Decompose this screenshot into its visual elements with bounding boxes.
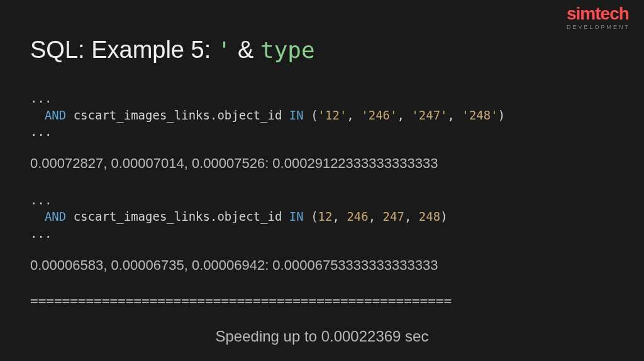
comma: , (369, 209, 383, 223)
brand-logo: simtech DEVELOPMENT (567, 5, 630, 30)
timing-result-1: 0.00072827, 0.00007014, 0.00007526: 0.00… (30, 155, 614, 172)
ellipsis: ... (30, 192, 614, 209)
string-literal: '247' (411, 108, 447, 122)
logo-sub-text: DEVELOPMENT (567, 24, 630, 30)
timing-result-2: 0.00006583, 0.00006735, 0.00006942: 0.00… (30, 257, 614, 274)
code-line: AND cscart_images_links.object_id IN (12… (30, 208, 614, 225)
identifier: cscart_images_links.object_id (66, 108, 289, 122)
ellipsis: ... (30, 123, 614, 140)
title-prefix: SQL: Example 5: (30, 36, 218, 63)
title-quote: ' (218, 37, 231, 63)
string-literal: '12' (318, 108, 347, 122)
code-block-ints: ... AND cscart_images_links.object_id IN… (30, 192, 614, 242)
code-line: AND cscart_images_links.object_id IN ('1… (30, 107, 614, 124)
string-literal: '248' (462, 108, 497, 122)
string-literal: '246' (361, 108, 397, 122)
keyword-in: IN (289, 209, 304, 223)
keyword-and: AND (45, 209, 66, 223)
number-literal: 246 (347, 209, 368, 223)
comma: , (397, 108, 411, 122)
paren-close: ) (498, 108, 505, 122)
comma: , (404, 209, 419, 223)
paren-open: ( (304, 108, 318, 122)
keyword-in: IN (289, 108, 304, 122)
comma: , (332, 209, 347, 223)
slide-title: SQL: Example 5: ' & type (30, 36, 614, 64)
divider-line: ========================================… (30, 294, 614, 309)
logo-main-text: simtech (567, 5, 630, 23)
slide-content: SQL: Example 5: ' & type ... AND cscart_… (0, 0, 644, 345)
number-literal: 12 (318, 209, 333, 223)
title-type: type (260, 37, 315, 63)
identifier: cscart_images_links.object_id (66, 209, 289, 223)
ellipsis: ... (30, 90, 614, 107)
number-literal: 247 (383, 209, 404, 223)
summary-text: Speeding up to 0.00022369 sec (30, 328, 614, 345)
comma: , (448, 108, 462, 122)
comma: , (347, 108, 361, 122)
code-block-strings: ... AND cscart_images_links.object_id IN… (30, 90, 614, 140)
keyword-and: AND (45, 108, 66, 122)
title-amp: & (231, 36, 260, 63)
ellipsis: ... (30, 225, 614, 242)
paren-close: ) (440, 209, 447, 223)
number-literal: 248 (419, 209, 440, 223)
paren-open: ( (304, 209, 318, 223)
